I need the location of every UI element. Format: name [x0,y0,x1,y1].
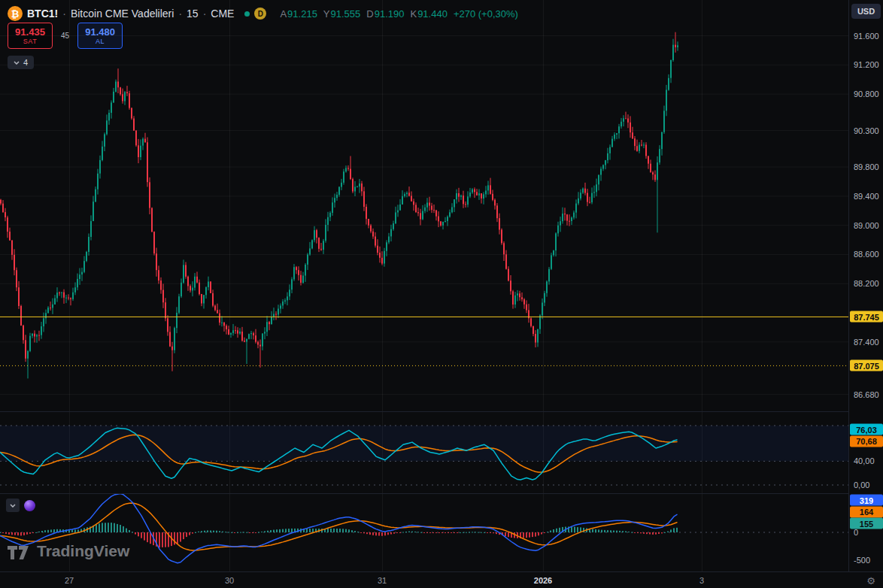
symbol-name[interactable]: BTC1! [27,8,58,20]
price-axis-label: 90.800 [849,89,883,99]
indicator-value-badge: 155 [850,518,883,529]
badge-count: 4 [23,58,28,67]
bitcoin-icon: ₿ [8,6,23,21]
price-level-badge: 87.075 [850,360,883,371]
price-axis-label: 89.400 [849,192,883,201]
price-axis-label: 91.200 [849,60,883,69]
delayed-data-icon[interactable]: D [254,8,266,20]
time-axis-label: 30 [225,576,234,585]
time-axis-label: 31 [378,576,387,585]
exchange-name: CME [211,8,234,20]
open-value: 91.215 [287,8,317,20]
low-label: D [366,8,373,20]
macd-level-label: -500 [849,556,883,565]
symbol-legend: ₿ BTC1! · Bitcoin CME Vadelileri · 15 · … [8,6,518,21]
time-axis[interactable]: ⚙ 27303120263 [0,571,883,588]
sell-label: SAT [23,38,37,45]
oscillator-level-label: 0,00 [849,480,883,489]
collapse-pane-button[interactable] [6,499,20,512]
price-axis-label: 90.300 [849,126,883,135]
chevron-down-icon [10,504,16,508]
price-chart-pane[interactable] [0,0,848,411]
legend-collapse-badge[interactable]: 4 [8,56,34,69]
close-value: 91.440 [417,8,448,20]
sell-button[interactable]: 91.435 SAT [8,23,53,49]
sell-price: 91.435 [15,26,45,38]
separator: · [178,8,182,20]
buy-price: 91.480 [85,26,115,38]
macd-pane[interactable] [0,494,848,571]
trade-panel: 91.435 SAT 45 91.480 AL [8,23,123,49]
price-level-badge: 87.745 [850,311,883,323]
oscillator-level-label: 40,00 [849,456,883,465]
price-axis[interactable]: USD 91.60091.20090.80090.30089.80089.400… [848,0,883,571]
indicator-logo-icon[interactable] [24,500,35,511]
price-axis-label: 87.400 [849,338,883,347]
symbol-description: Bitcoin CME Vadelileri [71,8,174,20]
price-axis-label: 89.000 [849,221,883,230]
buy-button[interactable]: 91.480 AL [77,23,123,49]
buy-label: AL [96,38,105,45]
currency-button[interactable]: USD [851,4,881,19]
oscillator-pane[interactable] [0,412,848,493]
spread-value: 45 [61,32,69,40]
macd-pane-controls [6,499,35,512]
price-axis-label: 88.200 [849,279,883,288]
separator: · [62,8,66,20]
macd-level-label: 0 [849,528,883,537]
high-label: Y [323,8,330,20]
price-axis-label: 88.600 [849,250,883,259]
price-axis-label: 86.680 [849,390,883,399]
market-status-icon[interactable] [244,11,250,17]
price-axis-label: 89.800 [849,162,883,171]
change-value: +270 (+0,30%) [454,8,518,20]
pane-divider[interactable] [0,411,883,412]
chevron-down-icon [14,61,20,65]
open-label: A [280,8,287,20]
time-axis-label: 27 [65,576,74,585]
time-axis-label: 2026 [534,576,552,585]
tradingview-window: ₿ BTC1! · Bitcoin CME Vadelileri · 15 · … [0,0,883,588]
separator: · [203,8,207,20]
ohlc-values: A91.215 Y91.555 D91.190 K91.440 +270 (+0… [274,8,517,20]
price-axis-label: 91.600 [849,32,883,41]
settings-gear-icon[interactable]: ⚙ [866,574,875,586]
high-value: 91.555 [331,8,361,20]
indicator-value-badge: 76,03 [850,424,883,435]
indicator-value-badge: 164 [850,506,883,517]
pane-divider[interactable] [0,493,883,494]
low-value: 91.190 [375,8,405,20]
time-axis-label: 3 [699,576,704,585]
close-label: K [410,8,417,20]
interval-button[interactable]: 15 [187,8,199,20]
indicator-value-badge: 70,68 [850,435,883,447]
indicator-value-badge: 319 [850,495,883,506]
